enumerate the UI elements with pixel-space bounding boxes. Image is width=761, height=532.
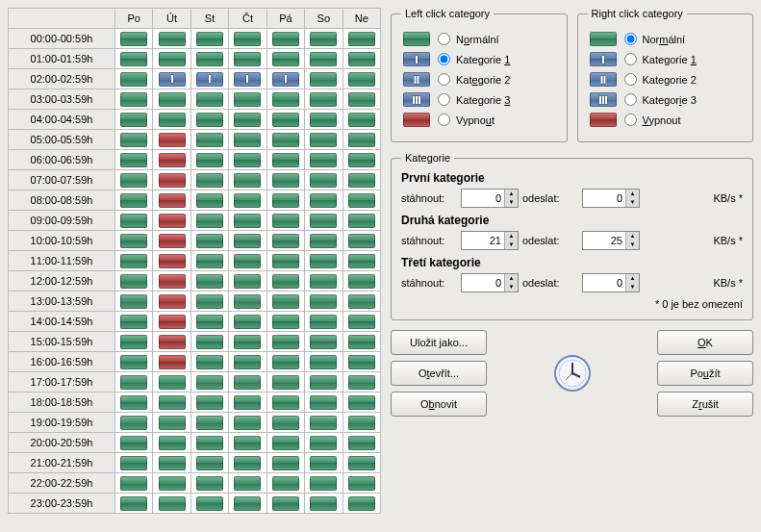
category-label[interactable]: Kategorie 3 bbox=[643, 94, 697, 106]
schedule-cell[interactable] bbox=[342, 271, 380, 291]
schedule-cell[interactable] bbox=[190, 433, 228, 453]
schedule-cell[interactable] bbox=[305, 352, 342, 372]
schedule-cell[interactable] bbox=[153, 453, 190, 473]
schedule-cell[interactable] bbox=[153, 130, 190, 150]
schedule-cell[interactable] bbox=[114, 130, 152, 150]
spin-up-icon[interactable]: ▲ bbox=[626, 274, 639, 283]
schedule-cell[interactable] bbox=[266, 69, 304, 89]
schedule-cell[interactable] bbox=[229, 312, 266, 332]
schedule-cell[interactable] bbox=[342, 332, 380, 352]
schedule-cell[interactable] bbox=[114, 69, 152, 89]
reset-button[interactable]: Obnovit bbox=[391, 392, 487, 417]
schedule-cell[interactable] bbox=[153, 494, 190, 514]
schedule-cell[interactable] bbox=[229, 413, 266, 433]
schedule-cell[interactable] bbox=[342, 312, 380, 332]
schedule-cell[interactable] bbox=[266, 312, 304, 332]
spin-down-icon[interactable]: ▼ bbox=[626, 241, 639, 249]
schedule-cell[interactable] bbox=[190, 150, 228, 170]
download-input[interactable] bbox=[462, 233, 504, 248]
schedule-cell[interactable] bbox=[266, 150, 304, 170]
schedule-cell[interactable] bbox=[229, 29, 266, 49]
spin-down-icon[interactable]: ▼ bbox=[626, 283, 639, 291]
schedule-cell[interactable] bbox=[190, 89, 228, 110]
schedule-cell[interactable] bbox=[342, 231, 380, 251]
schedule-cell[interactable] bbox=[153, 110, 190, 130]
schedule-cell[interactable] bbox=[342, 453, 380, 473]
category-radio-off[interactable] bbox=[624, 114, 637, 126]
download-input[interactable] bbox=[462, 275, 504, 291]
schedule-cell[interactable] bbox=[114, 291, 152, 312]
schedule-cell[interactable] bbox=[305, 211, 342, 231]
category-label[interactable]: Normální bbox=[643, 34, 686, 45]
schedule-cell[interactable] bbox=[114, 494, 152, 514]
schedule-cell[interactable] bbox=[153, 170, 190, 190]
category-label[interactable]: Normální bbox=[456, 34, 499, 45]
schedule-cell[interactable] bbox=[305, 89, 342, 110]
schedule-cell[interactable] bbox=[153, 413, 190, 433]
schedule-cell[interactable] bbox=[266, 89, 304, 110]
schedule-cell[interactable] bbox=[305, 494, 342, 514]
schedule-cell[interactable] bbox=[153, 352, 190, 372]
category-label[interactable]: Vypnout bbox=[456, 114, 495, 126]
upload-input[interactable] bbox=[583, 233, 625, 248]
schedule-cell[interactable] bbox=[190, 372, 228, 393]
schedule-cell[interactable] bbox=[305, 150, 342, 170]
schedule-cell[interactable] bbox=[305, 130, 342, 150]
category-label[interactable]: Kategorie 2 bbox=[643, 74, 697, 86]
schedule-cell[interactable] bbox=[153, 251, 190, 271]
spin-up-icon[interactable]: ▲ bbox=[505, 232, 518, 241]
schedule-cell[interactable] bbox=[266, 494, 304, 514]
schedule-cell[interactable] bbox=[114, 89, 152, 110]
schedule-cell[interactable] bbox=[266, 130, 304, 150]
schedule-cell[interactable] bbox=[229, 89, 266, 110]
schedule-cell[interactable] bbox=[190, 494, 228, 514]
ok-button[interactable]: OK bbox=[657, 330, 753, 355]
schedule-cell[interactable] bbox=[114, 312, 152, 332]
schedule-cell[interactable] bbox=[153, 150, 190, 170]
schedule-cell[interactable] bbox=[229, 190, 266, 211]
schedule-cell[interactable] bbox=[342, 291, 380, 312]
spin-down-icon[interactable]: ▼ bbox=[626, 198, 639, 207]
schedule-cell[interactable] bbox=[305, 473, 342, 494]
schedule-cell[interactable] bbox=[190, 110, 228, 130]
category-label[interactable]: Kategorie 2 bbox=[456, 74, 510, 86]
schedule-cell[interactable] bbox=[190, 332, 228, 352]
cancel-button[interactable]: Zrušit bbox=[657, 392, 753, 417]
schedule-cell[interactable] bbox=[305, 29, 342, 49]
schedule-cell[interactable] bbox=[266, 372, 304, 393]
schedule-cell[interactable] bbox=[342, 49, 380, 69]
schedule-cell[interactable] bbox=[190, 291, 228, 312]
schedule-cell[interactable] bbox=[305, 453, 342, 473]
schedule-cell[interactable] bbox=[153, 291, 190, 312]
schedule-cell[interactable] bbox=[266, 29, 304, 49]
schedule-cell[interactable] bbox=[114, 170, 152, 190]
schedule-cell[interactable] bbox=[229, 332, 266, 352]
schedule-cell[interactable] bbox=[114, 413, 152, 433]
schedule-cell[interactable] bbox=[266, 473, 304, 494]
schedule-cell[interactable] bbox=[342, 190, 380, 211]
schedule-cell[interactable] bbox=[229, 49, 266, 69]
schedule-cell[interactable] bbox=[305, 372, 342, 393]
schedule-cell[interactable] bbox=[342, 150, 380, 170]
schedule-cell[interactable] bbox=[266, 332, 304, 352]
schedule-cell[interactable] bbox=[190, 130, 228, 150]
schedule-cell[interactable] bbox=[114, 150, 152, 170]
category-radio-cat3[interactable] bbox=[624, 93, 637, 106]
schedule-cell[interactable] bbox=[229, 393, 266, 413]
schedule-cell[interactable] bbox=[342, 170, 380, 190]
schedule-cell[interactable] bbox=[342, 494, 380, 514]
schedule-cell[interactable] bbox=[342, 211, 380, 231]
schedule-cell[interactable] bbox=[114, 29, 152, 49]
schedule-cell[interactable] bbox=[342, 433, 380, 453]
schedule-cell[interactable] bbox=[190, 49, 228, 69]
schedule-cell[interactable] bbox=[305, 291, 342, 312]
schedule-cell[interactable] bbox=[229, 291, 266, 312]
schedule-cell[interactable] bbox=[190, 231, 228, 251]
spin-up-icon[interactable]: ▲ bbox=[505, 274, 518, 283]
schedule-cell[interactable] bbox=[153, 271, 190, 291]
schedule-cell[interactable] bbox=[266, 251, 304, 271]
category-radio-off[interactable] bbox=[438, 114, 450, 126]
upload-input[interactable] bbox=[583, 275, 625, 291]
schedule-cell[interactable] bbox=[114, 211, 152, 231]
schedule-cell[interactable] bbox=[114, 352, 152, 372]
